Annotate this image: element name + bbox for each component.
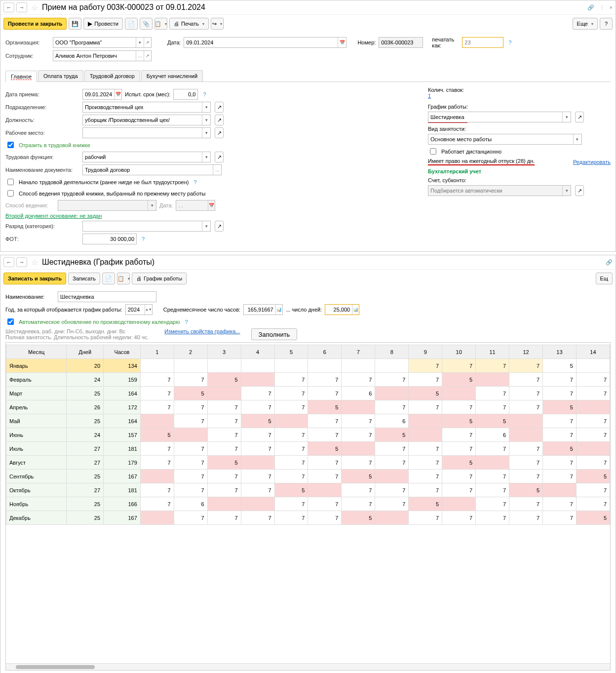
cal-cell[interactable]: 7 — [274, 400, 308, 414]
save-and-close-button[interactable]: Записать и закрыть — [3, 273, 66, 284]
cal-cell[interactable] — [442, 387, 476, 400]
cal-cell[interactable]: 7 — [308, 387, 342, 400]
cal-cell[interactable]: 7 — [409, 470, 442, 483]
place-input[interactable]: ▾ — [82, 127, 211, 138]
cal-cell[interactable]: 7 — [140, 400, 174, 414]
cal-cell[interactable]: 5 — [476, 414, 509, 428]
schedule-report-button[interactable]: 🖨 График работы — [132, 273, 187, 284]
cal-cell[interactable]: 7 — [342, 414, 375, 428]
cal-cell[interactable] — [140, 414, 174, 428]
cal-cell[interactable]: 7 — [174, 511, 207, 525]
cal-cell[interactable]: 7 — [409, 511, 442, 525]
cal-cell[interactable]: 7 — [308, 470, 342, 483]
cal-cell[interactable]: 5 — [576, 511, 610, 525]
func-input[interactable]: ▾ — [82, 152, 211, 162]
cal-cell[interactable]: 7 — [543, 497, 577, 511]
cal-cell[interactable]: 7 — [442, 511, 476, 525]
year-input[interactable]: ▲▼ — [125, 304, 153, 315]
cal-cell[interactable]: 7 — [140, 456, 174, 470]
cal-cell[interactable]: 7 — [442, 483, 476, 497]
help-button[interactable]: ? — [600, 18, 613, 30]
cal-cell[interactable]: 7 — [509, 470, 543, 483]
edit-leave-link[interactable]: Редактировать — [573, 159, 611, 165]
link-icon[interactable]: 🔗 — [587, 4, 594, 11]
cal-cell[interactable]: 5 — [274, 483, 308, 497]
cal-cell[interactable] — [375, 359, 409, 373]
cal-cell[interactable]: 7 — [576, 428, 610, 442]
docname-input[interactable]: … — [82, 164, 222, 175]
cal-cell[interactable]: 7 — [308, 511, 342, 525]
cal-month[interactable]: Июль — [6, 442, 67, 456]
cal-month[interactable]: Ноябрь — [6, 497, 67, 511]
cal-cell[interactable]: 7 — [509, 387, 543, 400]
cal-cell[interactable]: 7 — [409, 456, 442, 470]
cal-cell[interactable]: 7 — [174, 456, 207, 470]
prev-mode-checkbox[interactable] — [7, 190, 14, 197]
auto-help-icon[interactable]: ? — [185, 319, 188, 325]
rates-link[interactable]: 1 — [428, 93, 431, 99]
trial-input[interactable] — [173, 89, 198, 100]
cal-cell[interactable]: 5 — [207, 373, 241, 387]
cal-cell[interactable]: 7 — [274, 456, 308, 470]
cal-cell[interactable]: 7 — [207, 470, 241, 483]
tab-accounting[interactable]: Бухучет начислений — [141, 70, 203, 81]
cal-cell[interactable]: 7 — [375, 442, 409, 456]
cal-cell[interactable] — [207, 497, 241, 511]
grade-input[interactable]: ▾ — [82, 221, 211, 232]
cal-cell[interactable]: 7 — [241, 483, 274, 497]
cal-cell[interactable]: 7 — [174, 483, 207, 497]
cal-cell[interactable]: 7 — [241, 470, 274, 483]
cal-cell[interactable] — [442, 497, 476, 511]
cal-cell[interactable]: 7 — [140, 497, 174, 511]
doc-button[interactable]: 📄 — [102, 273, 115, 284]
send-button[interactable]: ↪ — [211, 18, 224, 30]
more-button[interactable]: Еще — [573, 18, 598, 30]
cal-cell[interactable]: 7 — [543, 387, 577, 400]
cal-cell[interactable]: 5 — [543, 359, 577, 373]
cal-month[interactable]: Январь — [6, 359, 67, 373]
cal-cell[interactable]: 5 — [308, 442, 342, 456]
cal-cell[interactable]: 7 — [476, 497, 509, 511]
cal-cell[interactable]: 7 — [375, 483, 409, 497]
copy-menu-button[interactable]: 📋 — [154, 18, 167, 30]
cal-cell[interactable]: 5 — [543, 400, 577, 414]
avg-days-input[interactable]: 📊 — [325, 304, 359, 315]
link-icon-2[interactable]: 🔗 — [606, 259, 613, 266]
cal-cell[interactable]: 5 — [342, 470, 375, 483]
pos-open-button[interactable]: ↗ — [215, 115, 224, 125]
favorite-icon-2[interactable]: ☆ — [31, 258, 38, 267]
cal-cell[interactable]: 7 — [308, 373, 342, 387]
cal-cell[interactable] — [342, 359, 375, 373]
cal-cell[interactable]: 7 — [174, 400, 207, 414]
cal-cell[interactable]: 7 — [476, 400, 509, 414]
cal-cell[interactable] — [241, 373, 274, 387]
date-input[interactable]: 📅 — [184, 37, 346, 48]
post-button[interactable]: ▶Провести — [83, 18, 123, 30]
cal-cell[interactable]: 5 — [308, 400, 342, 414]
cal-cell[interactable] — [308, 483, 342, 497]
attach-button[interactable]: 📎 — [140, 18, 153, 30]
cal-cell[interactable] — [576, 359, 610, 373]
account-open-button[interactable]: ↗ — [575, 185, 584, 196]
avg-hours-input[interactable]: 📊 — [243, 304, 283, 315]
cal-cell[interactable]: 7 — [509, 456, 543, 470]
cal-cell[interactable]: 7 — [476, 483, 509, 497]
cal-cell[interactable] — [543, 483, 577, 497]
cal-cell[interactable] — [342, 400, 375, 414]
cal-cell[interactable]: 7 — [409, 442, 442, 456]
cal-cell[interactable]: 6 — [375, 414, 409, 428]
calendar-scroll[interactable]: МесяцДнейЧасов1234567891011121314 Январь… — [5, 342, 611, 671]
cal-month[interactable]: Март — [6, 387, 67, 400]
cal-cell[interactable] — [576, 400, 610, 414]
cal-cell[interactable]: 7 — [543, 470, 577, 483]
cal-cell[interactable] — [140, 470, 174, 483]
cal-cell[interactable]: 7 — [241, 400, 274, 414]
cal-cell[interactable]: 7 — [576, 414, 610, 428]
account-input[interactable]: ▾ — [428, 185, 571, 196]
cal-cell[interactable]: 7 — [174, 470, 207, 483]
printas-input[interactable] — [462, 37, 503, 48]
cal-cell[interactable]: 6 — [342, 387, 375, 400]
cal-cell[interactable] — [241, 359, 274, 373]
cal-cell[interactable] — [375, 387, 409, 400]
more-button-2[interactable]: Ещ — [596, 273, 613, 284]
